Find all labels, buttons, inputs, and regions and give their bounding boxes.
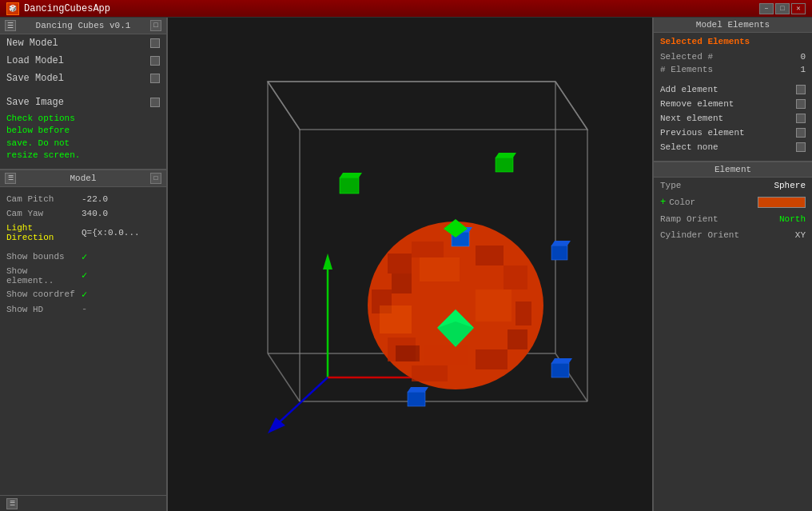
svg-rect-22 bbox=[476, 246, 504, 265]
save-image-item[interactable]: Save Image bbox=[0, 94, 166, 111]
element-title: Element bbox=[654, 162, 812, 178]
close-button[interactable]: ✕ bbox=[791, 3, 806, 14]
next-element-action[interactable]: Next element bbox=[654, 111, 812, 126]
svg-rect-31 bbox=[476, 289, 511, 321]
show-coordref-field: Show coordref ✓ bbox=[0, 287, 166, 302]
model-panel-close[interactable]: □ bbox=[150, 173, 161, 184]
type-label: Type bbox=[660, 181, 681, 190]
save-image-checkbox[interactable] bbox=[150, 98, 160, 107]
num-elements-value: 1 bbox=[800, 65, 806, 74]
svg-marker-57 bbox=[551, 358, 572, 363]
check-options-line2: below before bbox=[6, 125, 160, 137]
remove-element-label: Remove element bbox=[660, 99, 734, 109]
save-model-checkbox[interactable] bbox=[150, 74, 160, 83]
cylinder-orient-value: XY bbox=[795, 230, 806, 240]
show-hd-field: Show HD - bbox=[0, 302, 166, 317]
color-expand-icon[interactable]: + bbox=[660, 197, 666, 208]
selected-num-value: 0 bbox=[800, 52, 806, 62]
left-status-bar: ☰ bbox=[0, 495, 166, 511]
show-hd-label: Show HD bbox=[6, 305, 78, 314]
next-element-checkbox[interactable] bbox=[796, 114, 806, 123]
show-bounds-value: ✓ bbox=[82, 251, 87, 263]
add-element-label: Add element bbox=[660, 85, 718, 94]
panel-close-icon[interactable]: □ bbox=[150, 20, 161, 31]
menu-divider bbox=[0, 87, 166, 94]
model-elements-section: Model Elements Selected Elements Selecte… bbox=[654, 18, 812, 162]
previous-element-action[interactable]: Previous element bbox=[654, 126, 812, 140]
svg-rect-20 bbox=[388, 254, 412, 273]
left-panel: ☰ Dancing Cubes v0.1 □ New Model Load Mo… bbox=[0, 18, 168, 511]
cam-pitch-field: Cam Pitch -22.0 bbox=[0, 192, 166, 206]
svg-marker-43 bbox=[340, 173, 362, 178]
file-menu-titlebar: ☰ Dancing Cubes v0.1 □ bbox=[0, 18, 166, 34]
new-model-item[interactable]: New Model bbox=[0, 34, 166, 52]
light-direction-field[interactable]: Light Direction Q={x:0.0... bbox=[0, 221, 166, 245]
app-title: DancingCubesApp bbox=[24, 3, 110, 14]
add-element-checkbox[interactable] bbox=[796, 85, 806, 94]
elem-divider-2 bbox=[654, 154, 812, 161]
minimize-button[interactable]: – bbox=[759, 3, 774, 14]
model-panel-icon[interactable]: ☰ bbox=[5, 173, 16, 184]
show-elements-value: ✓ bbox=[82, 269, 87, 281]
svg-marker-49 bbox=[551, 241, 571, 246]
previous-element-label: Previous element bbox=[660, 128, 745, 138]
svg-rect-33 bbox=[392, 273, 412, 293]
svg-rect-35 bbox=[396, 345, 420, 361]
viewport[interactable] bbox=[168, 18, 652, 511]
color-label-row: + Color bbox=[660, 197, 695, 208]
file-menu-panel: ☰ Dancing Cubes v0.1 □ New Model Load Mo… bbox=[0, 18, 166, 170]
color-prop[interactable]: + Color bbox=[654, 194, 812, 211]
svg-rect-27 bbox=[476, 349, 508, 369]
right-panel: Model Elements Selected Elements Selecte… bbox=[652, 18, 812, 511]
element-properties-section: Element Type Sphere + Color Ramp Orient … bbox=[654, 162, 812, 511]
check-options-line4: resize screen. bbox=[6, 150, 160, 162]
check-options-text: Check options below before save. Do not … bbox=[0, 111, 166, 162]
ramp-orient-prop: Ramp Orient North bbox=[654, 211, 812, 227]
select-none-checkbox[interactable] bbox=[796, 142, 806, 152]
svg-rect-30 bbox=[380, 305, 412, 333]
show-hd-value: - bbox=[82, 304, 87, 315]
cam-yaw-field: Cam Yaw 340.0 bbox=[0, 206, 166, 221]
show-coordref-label: Show coordref bbox=[6, 289, 78, 299]
model-panel-titlebar: ☰ Model □ bbox=[0, 170, 166, 187]
cam-pitch-value: -22.0 bbox=[82, 194, 108, 204]
svg-rect-41 bbox=[340, 178, 359, 194]
check-options-line3: save. Do not bbox=[6, 138, 160, 150]
remove-element-checkbox[interactable] bbox=[796, 99, 806, 109]
show-elements-label: Show element.. bbox=[6, 266, 78, 285]
model-elements-title: Model Elements bbox=[654, 18, 812, 33]
selected-num-row: Selected # 0 bbox=[654, 50, 812, 63]
save-model-label: Save Model bbox=[6, 73, 64, 84]
new-model-checkbox[interactable] bbox=[150, 38, 160, 48]
add-element-action[interactable]: Add element bbox=[654, 82, 812, 97]
light-direction-value: Q={x:0.0... bbox=[82, 228, 140, 238]
num-elements-label: # Elements bbox=[660, 65, 713, 74]
panel-menu-icon[interactable]: ☰ bbox=[5, 20, 16, 31]
app-icon: 🎲 bbox=[6, 2, 19, 15]
svg-rect-25 bbox=[515, 301, 531, 325]
remove-element-action[interactable]: Remove element bbox=[654, 97, 812, 111]
color-swatch[interactable] bbox=[758, 197, 806, 208]
cam-yaw-value: 340.0 bbox=[82, 209, 108, 218]
svg-rect-28 bbox=[412, 365, 448, 381]
select-none-action[interactable]: Select none bbox=[654, 140, 812, 154]
save-model-item[interactable]: Save Model bbox=[0, 70, 166, 87]
check-options-line1: Check options bbox=[6, 113, 160, 125]
load-model-item[interactable]: Load Model bbox=[0, 52, 166, 70]
svg-rect-55 bbox=[551, 363, 569, 377]
selected-elements-header: Selected Elements bbox=[654, 33, 812, 50]
elem-divider-1 bbox=[654, 76, 812, 82]
previous-element-checkbox[interactable] bbox=[796, 128, 806, 138]
select-none-label: Select none bbox=[660, 142, 718, 152]
ramp-orient-label: Ramp Orient bbox=[660, 214, 718, 224]
light-direction-label: Light Direction bbox=[6, 223, 78, 242]
title-bar: 🎲 DancingCubesApp – □ ✕ bbox=[0, 0, 812, 18]
maximize-button[interactable]: □ bbox=[775, 3, 790, 14]
load-model-checkbox[interactable] bbox=[150, 56, 160, 66]
type-value: Sphere bbox=[774, 181, 806, 190]
color-label: Color bbox=[669, 198, 695, 207]
model-panel: ☰ Model □ Cam Pitch -22.0 Cam Yaw 340.0 … bbox=[0, 170, 166, 495]
dancing-cubes-title: Dancing Cubes v0.1 bbox=[36, 21, 131, 30]
svg-marker-54 bbox=[408, 387, 428, 392]
svg-marker-46 bbox=[496, 153, 516, 158]
